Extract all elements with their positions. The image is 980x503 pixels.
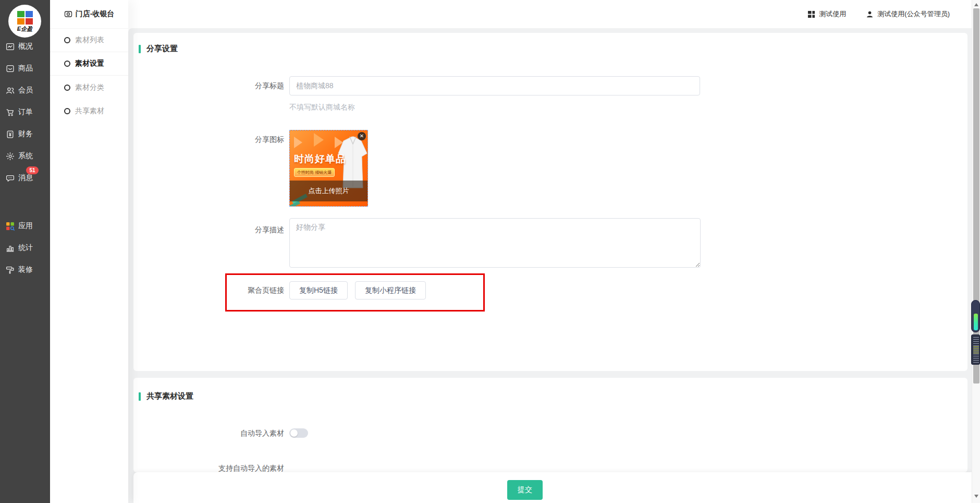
finance-icon	[6, 130, 15, 139]
remove-image-button[interactable]: ✕	[358, 132, 366, 140]
submenu-item-label: 共享素材	[75, 106, 104, 116]
sidebar-item-member[interactable]: 会员	[0, 79, 50, 101]
sidebar-item-label: 财务	[18, 129, 33, 139]
brand-logo[interactable]: E企盈	[8, 5, 41, 38]
order-icon	[6, 108, 15, 117]
share-settings-card: 分享设置 分享标题 不填写默认商城名称 分享图标	[133, 33, 967, 371]
message-count-badge: 51	[26, 166, 39, 174]
user-menu-label: 测试使用(公众号管理员)	[877, 9, 950, 19]
brand-logo-text: E企盈	[17, 25, 32, 33]
submit-button[interactable]: 提交	[507, 480, 543, 500]
stats-icon	[6, 244, 15, 253]
sidebar-item-label: 系统	[18, 151, 33, 161]
sidebar-item-decorate[interactable]: 装修	[0, 259, 50, 281]
app-window: E企盈 概况 商品 会员 订单 财务	[0, 0, 980, 503]
share-desc-label: 分享描述	[133, 225, 284, 235]
share-title-input[interactable]	[289, 76, 700, 95]
sidebar-item-overview[interactable]: 概况	[0, 35, 50, 57]
brand-logo-icon	[17, 11, 33, 25]
toggle-knob	[290, 429, 298, 437]
decorate-icon	[6, 266, 15, 274]
sidebar-item-label: 消息	[18, 173, 33, 183]
sidebar-item-message[interactable]: 消息 51	[0, 167, 50, 189]
section-title: 共享素材设置	[146, 391, 193, 401]
circle-icon	[64, 61, 70, 67]
sidebar-item-label: 概况	[18, 42, 33, 51]
apps-icon	[6, 222, 15, 231]
share-title-help: 不填写默认商城名称	[289, 103, 355, 112]
member-icon	[6, 86, 15, 95]
support-auto-import-label: 支持自动导入的素材	[133, 464, 284, 472]
submenu-item-label: 素材设置	[75, 59, 104, 68]
sidebar-item-label: 应用	[18, 221, 33, 231]
promo-arrow-icon	[314, 133, 324, 147]
ruler-colored-stripes-icon	[973, 346, 979, 354]
sidebar-item-label: 装修	[18, 265, 33, 274]
share-desc-textarea[interactable]	[289, 218, 701, 268]
share-icon-label: 分享图标	[133, 135, 284, 145]
submenu-item-shared-material[interactable]: 共享素材	[50, 99, 128, 123]
sidebar-item-label: 会员	[18, 86, 33, 95]
sidebar-item-finance[interactable]: 财务	[0, 123, 50, 145]
sidebar-item-goods[interactable]: 商品	[0, 57, 50, 79]
submenu-nav: 素材列表 素材设置 素材分类 共享素材	[50, 28, 128, 123]
sidebar-menu: 概况 商品 会员 订单 财务 系统	[0, 35, 50, 281]
grid-icon	[807, 10, 815, 18]
sidebar-item-label: 订单	[18, 107, 33, 117]
scroll-up-icon[interactable]	[974, 3, 978, 6]
user-menu[interactable]: 测试使用(公众号管理员)	[866, 9, 950, 19]
footer-bar: 提交	[133, 472, 972, 503]
submenu-item-label: 素材分类	[75, 83, 104, 92]
upload-overlay[interactable]: 点击上传照片	[290, 181, 368, 201]
sidebar-item-label: 统计	[18, 243, 33, 253]
scrollbar-gradient-meter-widget	[971, 300, 980, 332]
share-icon-upload[interactable]: 时尚好单品 个性时尚 倾销火爆 点击上传照片 ✕	[289, 130, 368, 207]
section-title: 分享设置	[146, 44, 178, 54]
section-title-row: 共享素材设置	[139, 391, 193, 401]
section-title-row: 分享设置	[139, 44, 178, 54]
main-sidebar: E企盈 概况 商品 会员 订单 财务	[0, 0, 50, 503]
upload-overlay-label: 点击上传照片	[309, 186, 349, 196]
share-title-label: 分享标题	[133, 76, 284, 95]
scrollbar[interactable]	[972, 0, 980, 503]
sidebar-item-label: 商品	[18, 64, 33, 73]
overview-icon	[6, 42, 15, 51]
auto-import-toggle[interactable]	[289, 428, 308, 438]
user-icon	[866, 10, 874, 18]
message-icon	[6, 174, 15, 183]
store-switcher[interactable]: 测试使用	[807, 9, 846, 19]
goods-icon	[6, 64, 15, 73]
promo-arrow-icon	[294, 137, 302, 148]
shared-material-card: 共享素材设置 自动导入素材 支持自动导入的素材	[133, 378, 967, 472]
circle-icon	[64, 85, 70, 91]
sidebar-item-apps[interactable]: 应用	[0, 215, 50, 237]
submenu-item-label: 素材列表	[75, 35, 104, 45]
scroll-down-icon[interactable]	[974, 495, 978, 498]
auto-import-label: 自动导入素材	[133, 428, 284, 438]
section-accent-bar	[139, 392, 141, 401]
gradient-meter-icon	[974, 314, 978, 330]
submenu-title: 门店-收银台	[76, 9, 115, 19]
store-switcher-label: 测试使用	[819, 9, 846, 19]
main-content: 分享设置 分享标题 不填写默认商城名称 分享图标	[128, 28, 972, 503]
copy-miniprogram-link-button[interactable]: 复制小程序链接	[355, 281, 426, 300]
submenu-title-row: 门店-收银台	[50, 0, 128, 28]
scrollbar-striped-ruler-widget	[971, 334, 980, 365]
sidebar-item-stats[interactable]: 统计	[0, 237, 50, 259]
submenu-item-material-settings[interactable]: 素材设置	[50, 52, 128, 76]
close-icon: ✕	[360, 133, 364, 139]
submenu-item-material-category[interactable]: 素材分类	[50, 76, 128, 99]
copy-h5-link-button[interactable]: 复制H5链接	[289, 281, 348, 300]
circle-icon	[64, 37, 70, 43]
system-icon	[6, 152, 15, 161]
cashier-icon	[64, 10, 72, 18]
sidebar-item-system[interactable]: 系统	[0, 145, 50, 167]
section-accent-bar	[139, 45, 141, 53]
promo-headline: 时尚好单品	[294, 152, 346, 166]
aggregate-link-label: 聚合页链接	[133, 281, 284, 300]
submenu-item-material-list[interactable]: 素材列表	[50, 29, 128, 52]
sidebar-item-order[interactable]: 订单	[0, 101, 50, 123]
topbar: 测试使用 测试使用(公众号管理员)	[50, 0, 980, 28]
secondary-sidebar: 门店-收银台 素材列表 素材设置 素材分类 共享素材	[50, 0, 128, 503]
circle-icon	[64, 108, 70, 114]
